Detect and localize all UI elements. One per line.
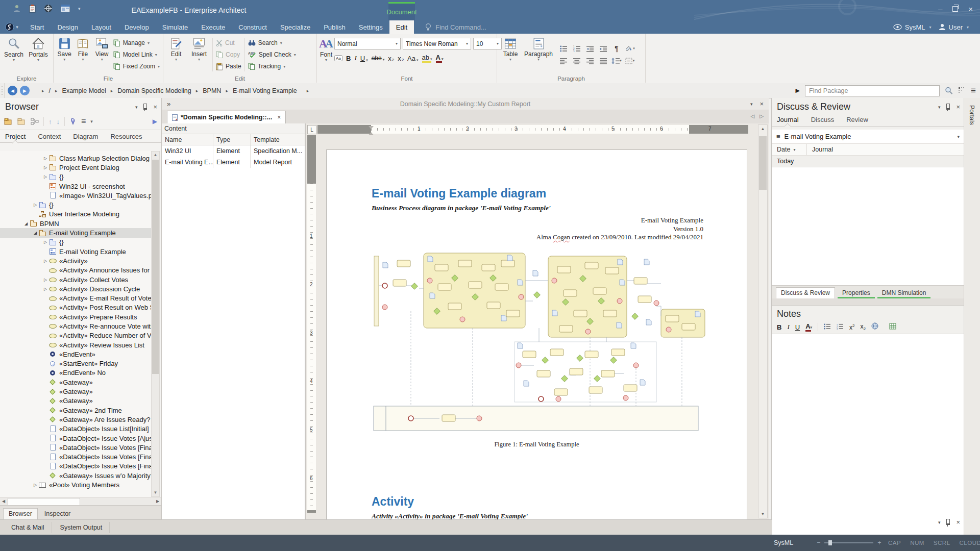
vertical-ruler[interactable]: 123456 (307, 135, 316, 513)
hyperlink-globe-icon[interactable] (871, 322, 878, 332)
ribbon-tab-layout[interactable]: Layout (85, 20, 118, 34)
tree-item[interactable]: «DataObject» Issue Votes [Final (0, 462, 151, 471)
tree-item[interactable]: {} (0, 172, 151, 182)
app-logo-icon[interactable]: ▾ (0, 20, 23, 34)
indent-marker[interactable] (369, 126, 374, 132)
content-table-row[interactable]: E-mail Voting E... Element Model Report (162, 157, 305, 168)
copy-button[interactable]: Copy (216, 49, 241, 60)
move-up-icon[interactable]: ↑ (48, 118, 52, 126)
manage-button[interactable]: Manage▾ (113, 38, 160, 48)
panel-close-icon[interactable]: × (956, 518, 960, 526)
expand-arrow-icon[interactable] (42, 156, 49, 161)
perspective-eye-icon[interactable] (893, 24, 902, 30)
expand-arrow-icon[interactable] (32, 483, 39, 487)
clipboard-icon[interactable] (29, 5, 36, 13)
expand-arrow-icon[interactable] (22, 221, 30, 226)
tab-scroll-right-icon[interactable]: ▷ (760, 113, 764, 119)
insert-button[interactable]: Insert▾ (188, 36, 210, 73)
text-effects-button[interactable]: Aa▾ (407, 55, 418, 62)
numbered-list-icon[interactable]: 123 (837, 322, 844, 332)
expand-arrow-icon[interactable] (42, 259, 49, 263)
status-perspective[interactable]: SysML (774, 539, 793, 546)
view-button[interactable]: View▾ (93, 36, 111, 73)
change-case-button[interactable]: Aa (334, 55, 342, 62)
breadcrumb-segment[interactable]: / (49, 87, 51, 94)
ribbon-tab-edit[interactable]: Edit (389, 20, 414, 34)
tree-item[interactable]: «Pool» Voting Members (0, 480, 151, 489)
back-button[interactable]: ◀ (8, 86, 17, 95)
insert-table-icon[interactable] (889, 322, 896, 332)
content-table-row[interactable]: Win32 UI Element Specification M... (162, 145, 305, 157)
fixed-zoom-button[interactable]: Fixed Zoom▾ (113, 61, 160, 71)
panel-menu-caret-icon[interactable]: ▾ (938, 105, 941, 110)
tree-item[interactable]: «Activity» Collect Votes (0, 275, 151, 284)
font-color-button[interactable]: A▾ (436, 54, 444, 63)
bottom-dock-tab[interactable]: Chat & Mail (4, 522, 52, 533)
document-vertical-scrollbar[interactable]: ▲ ▼ (758, 124, 768, 518)
file-button[interactable]: File▾ (74, 36, 91, 73)
borders-icon[interactable]: ▾ (625, 56, 635, 66)
breadcrumb-segment[interactable]: Example Model (62, 87, 106, 94)
tree-item[interactable]: User Interface Modeling (0, 210, 151, 219)
tree-item[interactable]: E-mail Voting Example (0, 228, 151, 237)
expand-arrow-icon[interactable] (32, 203, 39, 207)
tree-item[interactable]: Win32 UI - screenshot (0, 182, 151, 191)
pilcrow-icon[interactable]: ¶ (611, 43, 622, 54)
user-account-icon[interactable] (939, 23, 946, 31)
expand-arrow-icon[interactable] (42, 287, 49, 291)
superscript-button[interactable]: x2 (398, 55, 404, 62)
browser-menu-icon[interactable]: ≡ (81, 117, 86, 126)
browser-tab[interactable]: Diagram (73, 133, 98, 140)
panel-menu-caret-icon[interactable]: ▾ (938, 520, 941, 525)
tree-item[interactable]: «Image» Win32UI_TagValues.pn (0, 191, 151, 200)
superscript-icon[interactable]: x2 (849, 323, 854, 331)
bold-button[interactable]: B (346, 55, 351, 62)
tree-item[interactable]: «Activity» Review Issues List (0, 340, 151, 349)
panel-splitter[interactable] (772, 298, 964, 306)
find-package-input[interactable] (805, 85, 940, 96)
context-caret-icon[interactable]: ▾ (957, 134, 960, 139)
edit-button[interactable]: Edit▾ (165, 36, 187, 73)
tree-item[interactable]: «Activity» Prepare Results (0, 312, 151, 321)
context-menu-icon[interactable]: ≡ (776, 133, 780, 140)
browser-vertical-scrollbar[interactable]: ▲ ▼ (151, 151, 160, 497)
tree-item[interactable]: {} (0, 238, 151, 247)
user-caret-icon[interactable]: ▾ (967, 25, 969, 30)
italic-button[interactable]: I (354, 54, 356, 62)
tree-item[interactable]: «Gateway» (0, 378, 151, 387)
notes-body[interactable] (772, 334, 964, 535)
find-package-search-icon[interactable] (945, 87, 953, 95)
zoom-control[interactable]: − + (817, 539, 881, 546)
ribbon-tab-settings[interactable]: Settings (352, 20, 389, 34)
collapse-panel-icon[interactable]: ▶ (153, 118, 157, 125)
expand-arrow-icon[interactable] (42, 278, 49, 282)
tree-item[interactable]: Project Event Dialog (0, 163, 151, 172)
tree-item[interactable]: «StartEvent» Friday (0, 359, 151, 368)
expand-arrow-icon[interactable] (42, 165, 49, 170)
tree-item[interactable]: «Gateway» Issues w'o Majority? (0, 471, 151, 480)
browser-horizontal-scrollbar[interactable]: ◀ ▶ (0, 497, 161, 506)
browser-tab[interactable]: Resources (110, 133, 142, 140)
tree-item[interactable]: {} (0, 200, 151, 209)
italic-icon[interactable]: I (787, 323, 789, 331)
journal-body[interactable] (772, 167, 964, 285)
expand-arrow-icon[interactable] (42, 240, 49, 244)
date-column-header[interactable]: Date▾ (772, 144, 807, 155)
contextual-tab-document[interactable]: Document (388, 2, 415, 20)
logo-caret-icon[interactable]: ▾ (16, 24, 18, 30)
bullet-list-icon[interactable] (824, 322, 831, 332)
expand-arrow-icon[interactable] (42, 174, 49, 179)
new-package-icon[interactable] (4, 118, 13, 125)
tree-item[interactable]: «Gateway» (0, 387, 151, 396)
move-down-icon[interactable]: ↓ (57, 118, 60, 126)
tree-item[interactable]: «DataObject» Issue Votes [Ajust (0, 434, 151, 443)
align-right-icon[interactable] (585, 56, 595, 66)
increase-indent-icon[interactable] (598, 43, 608, 54)
ribbon-tab-execute[interactable]: Execute (194, 20, 232, 34)
portals-vertical-tab[interactable]: Portals (968, 105, 975, 125)
ribbon-tab-construct[interactable]: Construct (232, 20, 274, 34)
tree-item[interactable]: «EndEvent» (0, 349, 151, 359)
perspective-caret-icon[interactable]: ▾ (929, 25, 932, 30)
new-folder-icon[interactable] (17, 118, 26, 125)
search-menu-button[interactable]: Search▾ (248, 38, 296, 48)
